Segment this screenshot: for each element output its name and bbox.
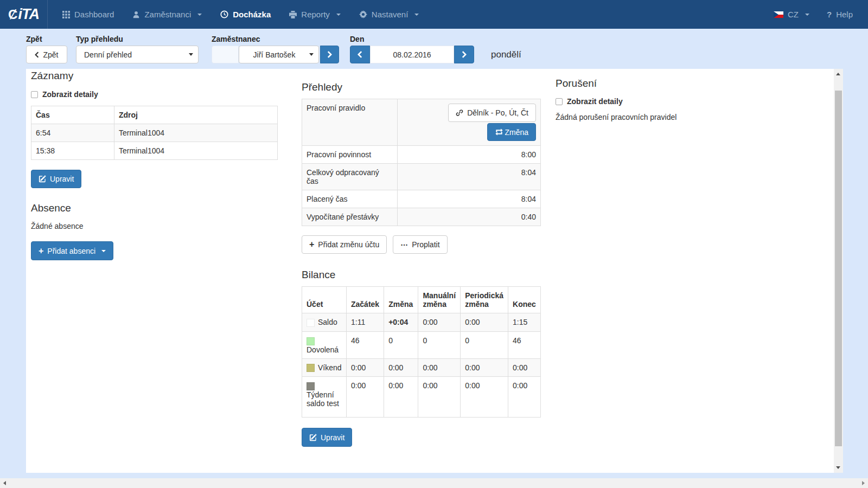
nav-item-nastaveni[interactable]: Nastavení — [350, 0, 429, 29]
vertical-scrollbar[interactable] — [834, 69, 843, 473]
content-panel: Záznamy Zobrazit detaily Čas Zdroj 6:54 … — [26, 69, 834, 473]
show-details-checkbox[interactable] — [31, 91, 38, 98]
language-switcher[interactable]: CZ — [774, 10, 809, 19]
records-edit-button[interactable]: Upravit — [31, 170, 81, 188]
violations-empty-text: Žádná porušení pracovních pravidel — [556, 113, 816, 121]
plus-icon: + — [309, 241, 314, 248]
logo-swirl-icon: Ȼ — [8, 7, 17, 22]
back-button[interactable]: Zpět — [26, 46, 67, 63]
plus-icon: + — [39, 248, 43, 254]
user-icon — [132, 11, 140, 18]
top-navbar: Ȼ iTA Dashboard Zaměstnanci Docházka Rep… — [0, 0, 868, 29]
gear-icon — [359, 10, 367, 18]
employee-number-input[interactable] — [212, 46, 239, 63]
records-col-cas: Čas — [31, 106, 114, 124]
violations-column: Porušení Zobrazit detaily Žádná porušení… — [556, 69, 816, 121]
retweet-icon — [495, 129, 503, 136]
employee-label: Zaměstnanec — [212, 35, 260, 43]
absence-empty-text: Žádné absence — [31, 222, 278, 230]
czech-flag-icon — [774, 11, 783, 18]
overview-table: Pracovní pravidlo Dělník - Po, Út, Čt Zm… — [302, 99, 541, 226]
chevron-left-icon — [358, 51, 362, 58]
report-type-label: Typ přehledu — [76, 35, 123, 43]
table-row: Pracovní povinnost 8:00 — [302, 146, 541, 164]
scroll-up-arrow-icon[interactable] — [836, 73, 840, 75]
balance-table: Účet Začátek Změna Manuální změna Period… — [302, 286, 541, 418]
app-logo[interactable]: Ȼ iTA — [0, 0, 48, 29]
logo-text: iTA — [18, 6, 39, 23]
show-details-checkbox[interactable] — [556, 98, 563, 105]
help-label: Help — [836, 10, 853, 19]
date-input[interactable]: 08.02.2016 — [370, 46, 454, 63]
work-rule-button[interactable]: Dělník - Po, Út, Čt — [448, 104, 536, 122]
chevron-right-icon — [462, 51, 467, 58]
account-color-swatch — [307, 382, 315, 390]
table-row: Celkový odpracovaný čas 8:04 — [302, 164, 541, 190]
chevron-down-icon — [414, 14, 419, 16]
nav-item-reporty[interactable]: Reporty — [280, 0, 350, 29]
nav-item-dashboard[interactable]: Dashboard — [53, 0, 123, 29]
chevron-down-icon — [101, 250, 106, 252]
table-row: 6:54 Terminal1004 — [31, 124, 278, 142]
table-row: Vypočítané přestávky 0:40 — [302, 208, 541, 226]
filter-bar: Zpět Zpět Typ přehledu Denní přehled Zam… — [0, 29, 868, 69]
next-day-button[interactable] — [454, 46, 474, 63]
overview-title: Přehledy — [302, 81, 541, 93]
next-employee-button[interactable] — [320, 46, 339, 63]
chevron-down-icon — [336, 14, 341, 16]
records-column: Záznamy Zobrazit detaily Čas Zdroj 6:54 … — [31, 69, 278, 260]
ellipsis-icon: ⋯ — [400, 240, 408, 249]
balance-edit-button[interactable]: Upravit — [302, 428, 352, 447]
account-color-swatch — [307, 319, 315, 327]
overview-column: Přehledy Pracovní pravidlo Dělník - Po, … — [302, 69, 541, 447]
table-row: Víkend 0:00 0:00 0:00 0:00 0:00 — [302, 358, 541, 377]
scroll-down-arrow-icon[interactable] — [836, 466, 840, 469]
chevron-right-icon — [327, 51, 332, 58]
help-link[interactable]: ? Help — [814, 10, 853, 19]
records-table: Čas Zdroj 6:54 Terminal1004 15:38 Termin… — [31, 106, 278, 160]
payout-button[interactable]: ⋯ Proplatit — [393, 235, 447, 254]
change-rule-button[interactable]: Změna — [487, 123, 536, 141]
clock-icon — [220, 10, 228, 18]
records-title: Záznamy — [31, 70, 278, 82]
language-code: CZ — [788, 10, 799, 19]
printer-icon — [289, 11, 297, 18]
records-col-zdroj: Zdroj — [114, 106, 278, 124]
table-row: Placený čas 8:04 — [302, 190, 541, 208]
edit-icon — [309, 434, 317, 441]
nav-item-dochazka[interactable]: Docházka — [211, 0, 280, 29]
violations-show-details[interactable]: Zobrazit detaily — [556, 97, 816, 106]
violations-title: Porušení — [556, 78, 816, 89]
report-type-select[interactable]: Denní přehled — [76, 46, 199, 63]
chevron-left-icon — [35, 52, 39, 58]
nav-item-zamestnanci[interactable]: Zaměstnanci — [123, 0, 211, 29]
edit-icon — [39, 175, 46, 183]
select-caret-icon — [189, 53, 193, 56]
select-caret-icon — [309, 53, 314, 56]
scroll-right-arrow-icon[interactable] — [862, 481, 865, 485]
horizontal-scrollbar[interactable] — [0, 478, 868, 488]
table-row: 15:38 Terminal1004 — [31, 142, 278, 160]
table-row: Dovolená 46 0 0 0 46 — [302, 331, 541, 358]
grid-icon — [62, 11, 70, 18]
table-row: Saldo 1:11 +0:04 0:00 0:00 1:15 — [302, 313, 541, 332]
account-color-swatch — [307, 364, 315, 372]
records-show-details[interactable]: Zobrazit detaily — [31, 90, 278, 99]
balance-title: Bilance — [302, 269, 541, 281]
vertical-scrollbar-thumb[interactable] — [835, 91, 842, 446]
previous-day-button[interactable] — [350, 46, 370, 63]
weekday-label: pondělí — [491, 49, 521, 60]
table-row: Pracovní pravidlo Dělník - Po, Út, Čt Zm… — [302, 99, 541, 146]
add-account-change-button[interactable]: + Přidat změnu účtu — [302, 235, 387, 254]
employee-select[interactable]: Jiří Bartošek — [239, 46, 319, 63]
day-label: Den — [350, 35, 364, 43]
account-color-swatch — [307, 337, 315, 345]
table-row: Týdenní saldo test 0:00 0:00 0:00 0:00 0… — [302, 377, 541, 418]
question-icon: ? — [827, 10, 832, 19]
chevron-down-icon — [805, 14, 809, 16]
scroll-left-arrow-icon[interactable] — [3, 481, 6, 485]
link-icon — [456, 109, 463, 117]
back-label: Zpět — [26, 35, 42, 43]
add-absence-button[interactable]: + Přidat absenci — [31, 241, 113, 260]
rule-label: Pracovní pravidlo — [302, 99, 398, 146]
